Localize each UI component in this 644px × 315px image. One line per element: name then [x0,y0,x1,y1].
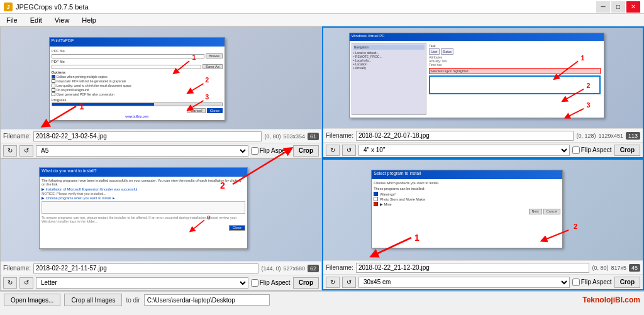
filename-bar-2: Filename: (0, 128) 1129x451 113 [323,128,643,142]
flip-aspect-label-4: Flip Aspect [572,279,612,286]
undo-button-1[interactable]: ↻ [3,145,17,157]
flip-aspect-label-3: Flip Aspect [251,279,291,287]
menu-view[interactable]: View [51,15,74,25]
minimize-button[interactable]: ─ [596,1,610,13]
image-panel-3: What do you want to install? The followi… [0,158,322,290]
pages-badge-2: 113 [626,132,640,140]
image-panel-4: Select program to install Choose which p… [322,158,644,290]
output-dir-input[interactable] [144,294,270,306]
flip-aspect-checkbox-1[interactable] [251,147,258,155]
app-title: JPEGCrops v0.7.5 beta [16,3,89,11]
undo-button-4[interactable]: ↻ [326,277,340,288]
controls-bar-4: ↻ ↺ 30x45 cm Flip Aspect Crop 1 [323,274,643,289]
redo-button-1[interactable]: ↺ [19,145,33,157]
title-bar: J JPEGCrops v0.7.5 beta ─ □ ✕ [0,0,644,14]
format-dropdown-2[interactable]: 4" x 10" [358,145,570,156]
quality-3: (144, 0) [261,265,280,272]
flip-aspect-label-1: Flip Aspect [251,147,291,155]
crop-button-4[interactable]: Crop [614,277,640,288]
format-dropdown-3[interactable]: Letter [36,277,248,289]
menu-bar: File Edit View Help [0,14,644,26]
menu-file[interactable]: File [3,15,21,25]
svg-text:2: 2 [574,223,577,230]
filename-label-2: Filename: [326,132,353,139]
menu-edit[interactable]: Edit [26,15,46,25]
filename-label-4: Filename: [326,264,353,271]
window-controls: ─ □ ✕ [596,1,640,13]
image-thumbnail-2[interactable]: Windows Virtual PC Navigation • Local in… [323,28,643,128]
redo-button-4[interactable]: ↺ [342,277,356,288]
crop-all-button[interactable]: Crop all Images [64,294,122,306]
dimensions-1: 503x354 [283,133,305,140]
controls-bar-2: ↻ ↺ 4" x 10" Flip Aspect Crop [323,142,643,157]
close-button[interactable]: ✕ [626,1,640,13]
panels-grid: PrintToPDF PDF file Browse PDF file Save… [0,26,644,290]
dimensions-4: 817x5 [611,265,626,271]
undo-button-2[interactable]: ↻ [326,145,340,156]
crop-button-2[interactable]: Crop [614,145,640,156]
controls-bar-1: ↻ ↺ A5 Flip Aspect Crop [1,143,321,158]
app-icon: J [4,3,13,11]
quality-4: (0, 80) [592,265,608,271]
filename-label-3: Filename: [3,265,31,272]
undo-button-3[interactable]: ↻ [3,277,17,289]
filename-input-2[interactable] [356,131,574,141]
controls-bar-3: ↻ ↺ Letter Flip Aspect Crop [1,275,321,290]
pages-badge-3: 62 [308,265,319,272]
image-panel-2: Windows Virtual PC Navigation • Local in… [322,26,644,158]
image-thumbnail-4[interactable]: Select program to install Choose which p… [323,160,643,260]
redo-button-3[interactable]: ↺ [19,277,33,289]
to-dir-label: to dir [126,297,140,304]
flip-aspect-checkbox-3[interactable] [251,279,258,287]
dimensions-2: 1129x451 [598,133,623,139]
image-panel-1: PrintToPDF PDF file Browse PDF file Save… [0,26,322,158]
restore-button[interactable]: □ [611,1,625,13]
flip-aspect-label-2: Flip Aspect [572,146,612,154]
watermark: TeknolojiBI.com [582,296,640,304]
open-images-button[interactable]: Open Images... [4,294,60,306]
format-dropdown-4[interactable]: 30x45 cm [358,277,570,288]
menu-help[interactable]: Help [78,15,100,25]
redo-button-2[interactable]: ↺ [342,145,356,156]
filename-bar-4: Filename: (0, 80) 817x5 45 [323,260,643,274]
crop-button-1[interactable]: Crop [293,145,319,157]
image-thumbnail-1[interactable]: PrintToPDF PDF file Browse PDF file Save… [1,27,321,129]
flip-aspect-checkbox-4[interactable] [572,279,580,286]
bottom-toolbar: Open Images... Crop all Images to dir Te… [0,290,644,308]
pages-badge-1: 61 [308,133,319,140]
pages-badge-4: 45 [629,264,640,272]
quality-2: (0, 128) [576,133,596,139]
filename-label-1: Filename: [3,133,31,140]
filename-input-3[interactable] [33,263,259,274]
format-dropdown-1[interactable]: A5 [36,145,248,157]
crop-button-3[interactable]: Crop [293,277,319,289]
filename-bar-3: Filename: (144, 0) 527x680 62 [1,261,321,275]
image-thumbnail-3[interactable]: What do you want to install? The followi… [1,159,321,261]
filename-input-1[interactable] [33,131,262,141]
filename-input-4[interactable] [356,263,590,273]
filename-bar-1: Filename: (0, 80) 503x354 61 [1,129,321,143]
flip-aspect-checkbox-2[interactable] [572,146,580,154]
quality-1: (0, 80) [264,133,280,140]
dimensions-3: 527x680 [283,265,305,272]
